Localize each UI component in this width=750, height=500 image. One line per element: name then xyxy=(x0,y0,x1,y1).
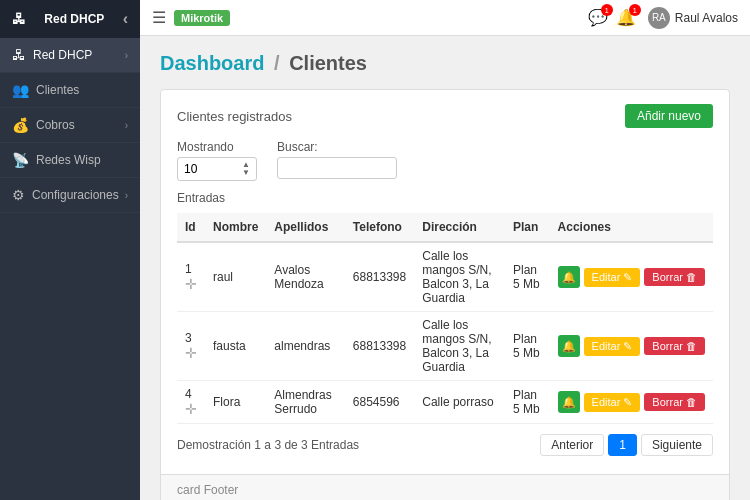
sidebar-header: 🖧 Red DHCP ‹ xyxy=(0,0,140,38)
sidebar-item-red-dhcp[interactable]: 🖧 Red DHCP › xyxy=(0,38,140,73)
add-new-button[interactable]: Añdir nuevo xyxy=(625,104,713,128)
prev-button[interactable]: Anterior xyxy=(540,434,604,456)
sidebar-item-configuraciones[interactable]: ⚙ Configuraciones › xyxy=(0,178,140,213)
card-title-row: Clientes registrados Añdir nuevo xyxy=(177,104,713,128)
action-buttons: 🔔 Editar ✎ Borrar 🗑 xyxy=(558,391,705,413)
page-1-button[interactable]: 1 xyxy=(608,434,637,456)
col-apellidos: Apellidos xyxy=(266,213,344,242)
next-button[interactable]: Siguiente xyxy=(641,434,713,456)
edit-button[interactable]: Editar ✎ xyxy=(584,337,641,356)
config-icon: ⚙ xyxy=(12,187,25,203)
bell-badge: 1 xyxy=(629,4,641,16)
col-direccion: Dirección xyxy=(414,213,505,242)
sidebar-toggle-icon[interactable]: ‹ xyxy=(123,10,128,28)
card-footer-text: card Footer xyxy=(177,483,238,497)
table-row: 4 ✛ Flora Almendras Serrudo 6854596 Call… xyxy=(177,381,713,424)
col-telefono: Telefono xyxy=(345,213,414,242)
clientes-icon: 👥 xyxy=(12,82,29,98)
sidebar-label-cobros: Cobros xyxy=(36,118,75,132)
cell-telefono: 68813398 xyxy=(345,242,414,312)
col-nombre: Nombre xyxy=(205,213,266,242)
delete-button[interactable]: Borrar 🗑 xyxy=(644,268,705,286)
cell-id: 1 ✛ xyxy=(177,242,205,312)
showing-group: Mostrando ▲ ▼ xyxy=(177,140,257,181)
cell-acciones: 🔔 Editar ✎ Borrar 🗑 xyxy=(550,381,713,424)
cell-nombre: Flora xyxy=(205,381,266,424)
cell-direccion: Calle los mangos S/N, Balcon 3, La Guard… xyxy=(414,312,505,381)
sidebar-label-clientes: Clientes xyxy=(36,83,79,97)
bell-icon-btn[interactable]: 🔔 1 xyxy=(616,8,636,27)
avatar: RA xyxy=(648,7,670,29)
sidebar-label-config: Configuraciones xyxy=(32,188,119,202)
showing-input-wrapper: ▲ ▼ xyxy=(177,157,257,181)
edit-button[interactable]: Editar ✎ xyxy=(584,268,641,287)
cell-apellidos: Avalos Mendoza xyxy=(266,242,344,312)
sidebar-brand: Red DHCP xyxy=(44,12,104,26)
chat-icon-btn[interactable]: 💬 1 xyxy=(588,8,608,27)
info-icon: 🔔 xyxy=(562,340,576,353)
delete-button[interactable]: Borrar 🗑 xyxy=(644,337,705,355)
search-input[interactable] xyxy=(277,157,397,179)
user-info: RA Raul Avalos xyxy=(648,7,738,29)
topbar: ☰ Mikrotik 💬 1 🔔 1 RA Raul Avalos xyxy=(140,0,750,36)
cell-plan: Plan 5 Mb xyxy=(505,242,550,312)
action-buttons: 🔔 Editar ✎ Borrar 🗑 xyxy=(558,266,705,288)
pagination-row: Demostración 1 a 3 de 3 Entradas Anterio… xyxy=(177,424,713,460)
breadcrumb: Dashboard / Clientes xyxy=(160,52,730,75)
cell-nombre: fausta xyxy=(205,312,266,381)
cell-direccion: Calle porraso xyxy=(414,381,505,424)
clients-table-wrap: Id Nombre Apellidos Telefono Dirección P… xyxy=(177,213,713,424)
edit-button[interactable]: Editar ✎ xyxy=(584,393,641,412)
cell-nombre: raul xyxy=(205,242,266,312)
search-label: Buscar: xyxy=(277,140,397,154)
sidebar-item-redes-wisp[interactable]: 📡 Redes Wisp xyxy=(0,143,140,178)
topbar-left: ☰ Mikrotik xyxy=(152,8,230,27)
clientes-card: Clientes registrados Añdir nuevo Mostran… xyxy=(160,89,730,500)
info-button[interactable]: 🔔 xyxy=(558,266,580,288)
sidebar-label-red-dhcp: Red DHCP xyxy=(33,48,92,62)
user-name: Raul Avalos xyxy=(675,11,738,25)
showing-input[interactable] xyxy=(184,162,239,176)
cell-acciones: 🔔 Editar ✎ Borrar 🗑 xyxy=(550,312,713,381)
info-button[interactable]: 🔔 xyxy=(558,335,580,357)
delete-button[interactable]: Borrar 🗑 xyxy=(644,393,705,411)
card-footer: card Footer xyxy=(161,474,729,500)
info-button[interactable]: 🔔 xyxy=(558,391,580,413)
cell-id: 3 ✛ xyxy=(177,312,205,381)
search-group: Buscar: xyxy=(277,140,397,179)
breadcrumb-separator: / xyxy=(274,52,280,74)
spinner-controls: ▲ ▼ xyxy=(242,161,250,177)
cell-telefono: 6854596 xyxy=(345,381,414,424)
cell-telefono: 68813398 xyxy=(345,312,414,381)
chevron-icon-red-dhcp: › xyxy=(125,50,128,61)
content-area: Dashboard / Clientes Clientes registrado… xyxy=(140,36,750,500)
drag-handle-icon[interactable]: ✛ xyxy=(185,276,197,292)
drag-handle-icon[interactable]: ✛ xyxy=(185,345,197,361)
sidebar: 🖧 Red DHCP ‹ 🖧 Red DHCP › 👥 Clientes 💰 C… xyxy=(0,0,140,500)
red-dhcp-icon: 🖧 xyxy=(12,47,26,63)
breadcrumb-link[interactable]: Dashboard xyxy=(160,52,264,74)
clients-table: Id Nombre Apellidos Telefono Dirección P… xyxy=(177,213,713,424)
notification-icons: 💬 1 🔔 1 xyxy=(588,8,636,27)
chat-badge: 1 xyxy=(601,4,613,16)
drag-handle-icon[interactable]: ✛ xyxy=(185,401,197,417)
card-body: Clientes registrados Añdir nuevo Mostran… xyxy=(161,90,729,474)
chevron-icon-config: › xyxy=(125,190,128,201)
sidebar-label-redes-wisp: Redes Wisp xyxy=(36,153,101,167)
col-acciones: Acciones xyxy=(550,213,713,242)
showing-label: Mostrando xyxy=(177,140,257,154)
sidebar-item-cobros[interactable]: 💰 Cobros › xyxy=(0,108,140,143)
entries-label: Entradas xyxy=(177,191,713,205)
table-header-row: Id Nombre Apellidos Telefono Dirección P… xyxy=(177,213,713,242)
hamburger-icon[interactable]: ☰ xyxy=(152,8,166,27)
sidebar-item-clientes[interactable]: 👥 Clientes xyxy=(0,73,140,108)
cell-apellidos: almendras xyxy=(266,312,344,381)
table-row: 3 ✛ fausta almendras 68813398 Calle los … xyxy=(177,312,713,381)
pagination: Anterior 1 Siguiente xyxy=(540,434,713,456)
chevron-icon-cobros: › xyxy=(125,120,128,131)
info-icon: 🔔 xyxy=(562,396,576,409)
demo-text: Demostración 1 a 3 de 3 Entradas xyxy=(177,438,359,452)
spin-down-btn[interactable]: ▼ xyxy=(242,169,250,177)
main-area: ☰ Mikrotik 💬 1 🔔 1 RA Raul Avalos xyxy=(140,0,750,500)
topbar-right: 💬 1 🔔 1 RA Raul Avalos xyxy=(588,7,738,29)
